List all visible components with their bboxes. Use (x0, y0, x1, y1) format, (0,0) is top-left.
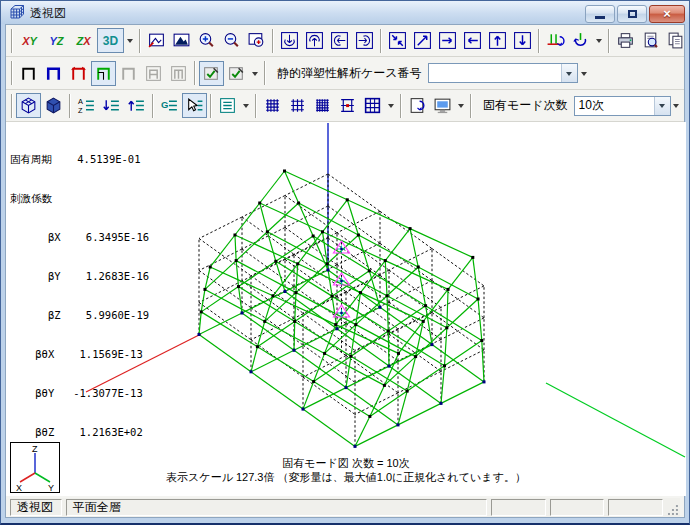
frame-disabled-2-icon (144, 64, 163, 83)
grid-dropdown[interactable] (385, 95, 397, 117)
yz-label-z: Z (57, 35, 64, 47)
group-list-button[interactable]: G (157, 93, 182, 118)
zoom-group (144, 28, 269, 53)
svg-text:G: G (161, 99, 168, 110)
frame-display-group (16, 61, 191, 86)
frame-red-button[interactable] (66, 61, 91, 86)
frame-disabled-1-button[interactable] (116, 61, 141, 86)
edit-check-2-icon (227, 64, 246, 83)
axis-reset-icon (546, 31, 565, 50)
view-xy-button[interactable]: XY (16, 28, 43, 53)
resize-grip[interactable] (667, 504, 680, 517)
pan-shrink-button[interactable] (385, 28, 410, 53)
sort-up-list-icon (127, 96, 146, 115)
titlebar[interactable]: 透視図 × (1, 1, 689, 24)
panel-flip-icon (408, 96, 427, 115)
pan-left-button[interactable] (460, 28, 485, 53)
zoom-out-button[interactable] (219, 28, 244, 53)
overlay-line: βY 1.2683E-16 (10, 270, 149, 283)
xy-label-y: Y (30, 35, 37, 47)
grid-denser-button[interactable] (310, 93, 335, 118)
panel-flip-button[interactable] (405, 93, 430, 118)
pan-group (385, 28, 535, 53)
grid-dense-button[interactable] (260, 93, 285, 118)
close-button[interactable]: × (649, 5, 685, 23)
statusbar-plane-panel: 平面全層 (66, 499, 487, 516)
statusbar-view-panel: 透視図 (10, 499, 62, 516)
zoom-window-button[interactable] (244, 28, 269, 53)
solid-view-button[interactable] (41, 93, 66, 118)
copy-button[interactable] (663, 28, 688, 53)
axis-reset-button[interactable] (543, 28, 568, 53)
view-3d-button[interactable]: 3D (97, 28, 124, 53)
sort-az-list-button[interactable]: AZ (74, 93, 99, 118)
grid-center-dot-button[interactable] (335, 93, 360, 118)
edit-toggle-dropdown[interactable] (249, 62, 261, 84)
eigenmode-combo-arrow[interactable] (654, 97, 670, 115)
doc-list-dropdown[interactable] (240, 95, 252, 117)
eigenmode-order-combobox[interactable]: 10次 (574, 96, 671, 116)
select-list-button[interactable] (182, 93, 207, 118)
gizmo-x-axis (20, 473, 35, 482)
edit-check-2-button[interactable] (224, 61, 249, 86)
edit-check-1-button[interactable] (199, 61, 224, 86)
rotate-right-icon (330, 31, 349, 50)
rotate-continuous-button[interactable] (568, 28, 593, 53)
axis-tools-dropdown[interactable] (593, 30, 605, 52)
pan-enlarge-icon (413, 31, 432, 50)
overlay-line: βθY -1.3077E-13 (10, 387, 149, 400)
minimize-button[interactable] (585, 5, 615, 23)
monitor-button[interactable] (430, 93, 455, 118)
case-number-combo-arrow[interactable] (561, 64, 577, 82)
frame-green-button[interactable] (91, 61, 116, 86)
view-3d-dropdown[interactable] (124, 30, 136, 52)
wireframe-view-button[interactable] (16, 93, 41, 118)
rotate-right-button[interactable] (327, 28, 352, 53)
overlay-line: 刺激係数 (10, 192, 149, 205)
separator (11, 61, 13, 85)
overlay-line: βX 6.3495E-16 (10, 231, 149, 244)
frame-black-button[interactable] (16, 61, 41, 86)
copy-icon (666, 31, 685, 50)
rotate-up-button[interactable] (302, 28, 327, 53)
restore-button[interactable] (617, 5, 647, 23)
app-window: 透視図 × XY YZ ZX 3D (0, 0, 690, 525)
sort-up-list-button[interactable] (124, 93, 149, 118)
sort-down-list-button[interactable] (99, 93, 124, 118)
render-mode-group (16, 93, 66, 118)
panel-dropdown[interactable] (455, 95, 467, 117)
pan-right-button[interactable] (435, 28, 460, 53)
rotate-left-button[interactable] (352, 28, 377, 53)
print-button[interactable] (613, 28, 638, 53)
doc-list-button[interactable] (215, 93, 240, 118)
close-icon: × (663, 7, 671, 20)
display-overflow-dropdown[interactable] (671, 95, 682, 117)
sort-down-list-icon (102, 96, 121, 115)
frame-blue-icon (44, 64, 63, 83)
pan-enlarge-button[interactable] (410, 28, 435, 53)
pan-down-button[interactable] (510, 28, 535, 53)
axis-gizmo: Z X Y (10, 442, 60, 493)
print-preview-button[interactable] (638, 28, 663, 53)
toolbar-display: AZ G (6, 90, 684, 122)
case-number-combobox[interactable] (428, 63, 578, 83)
list-sort-group: AZ (74, 93, 149, 118)
monitor-icon (433, 96, 452, 115)
overlay-line: 固有周期 4.5139E-01 (10, 153, 149, 166)
frame-disabled-3-button[interactable] (166, 61, 191, 86)
zoom-in-button[interactable] (194, 28, 219, 53)
grid-open-button[interactable] (285, 93, 310, 118)
frame-disabled-2-button[interactable] (141, 61, 166, 86)
zx-label-x: X (83, 35, 90, 47)
grid-boxed-button[interactable] (360, 93, 385, 118)
rotate-down-button[interactable] (277, 28, 302, 53)
pan-up-button[interactable] (485, 28, 510, 53)
case-overflow-dropdown[interactable] (578, 62, 590, 84)
frame-blue-button[interactable] (41, 61, 66, 86)
view-yz-button[interactable]: YZ (43, 28, 70, 53)
fit-view-button[interactable] (144, 28, 169, 53)
full-image-button[interactable] (169, 28, 194, 53)
view-zx-button[interactable]: ZX (70, 28, 97, 53)
frame-black-icon (19, 64, 38, 83)
drawing-canvas[interactable]: 固有周期 4.5139E-01 刺激係数 βX 6.3495E-16 βY 1.… (6, 122, 686, 496)
